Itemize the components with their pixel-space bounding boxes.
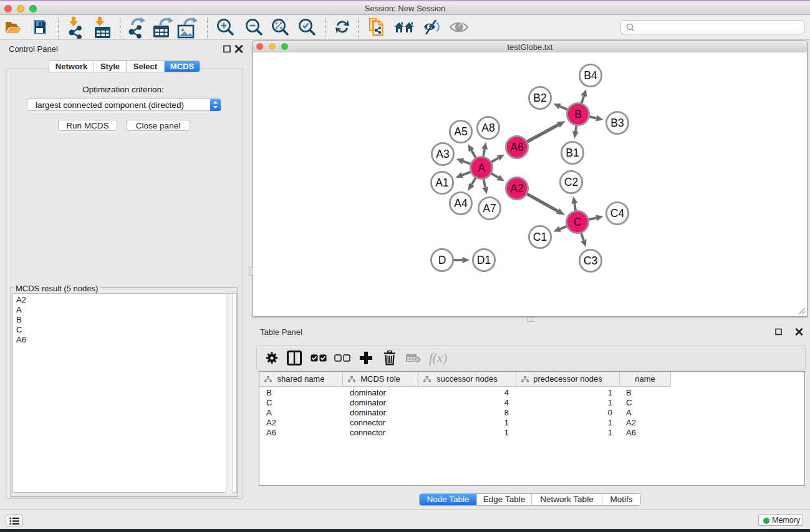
- svg-text:A4: A4: [454, 197, 468, 210]
- svg-text:C3: C3: [584, 254, 597, 267]
- svg-text:A8: A8: [481, 122, 494, 134]
- svg-text:B1: B1: [566, 147, 579, 159]
- svg-text:D: D: [438, 254, 446, 266]
- svg-text:A2: A2: [510, 182, 523, 195]
- svg-text:A7: A7: [483, 202, 496, 215]
- svg-text:B2: B2: [533, 92, 546, 104]
- svg-text:B4: B4: [584, 69, 597, 82]
- svg-text:A5: A5: [454, 125, 467, 138]
- svg-text:A3: A3: [436, 148, 449, 160]
- svg-text:D1: D1: [477, 254, 491, 266]
- svg-text:C2: C2: [564, 176, 578, 188]
- svg-text:A1: A1: [435, 177, 448, 189]
- svg-text:C4: C4: [610, 207, 625, 220]
- svg-text:B3: B3: [610, 117, 624, 129]
- svg-text:A6: A6: [510, 141, 523, 153]
- svg-text:C: C: [574, 216, 582, 228]
- svg-text:C1: C1: [533, 231, 547, 243]
- svg-text:A: A: [478, 162, 485, 174]
- svg-text:B: B: [574, 108, 582, 120]
